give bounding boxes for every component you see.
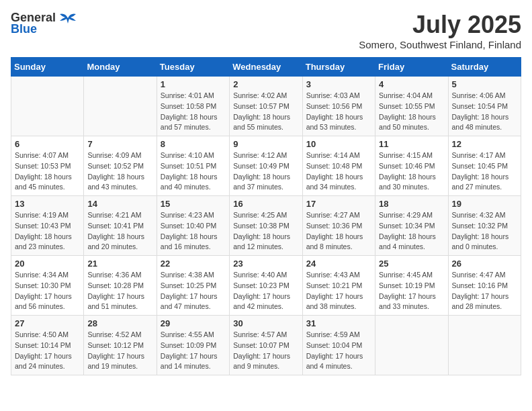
calendar-week-row: 1Sunrise: 4:01 AM Sunset: 10:58 PM Dayli… [11, 77, 521, 136]
table-row [11, 77, 84, 136]
calendar-week-row: 20Sunrise: 4:34 AM Sunset: 10:30 PM Dayl… [11, 256, 521, 316]
table-row: 9Sunrise: 4:12 AM Sunset: 10:49 PM Dayli… [230, 136, 302, 196]
day-number: 14 [87, 199, 152, 209]
day-number: 10 [306, 139, 371, 149]
day-number: 27 [15, 318, 80, 328]
table-row: 7Sunrise: 4:09 AM Sunset: 10:52 PM Dayli… [84, 136, 157, 196]
day-details: Sunrise: 4:25 AM Sunset: 10:38 PM Daylig… [233, 210, 298, 253]
day-details: Sunrise: 4:17 AM Sunset: 10:45 PM Daylig… [452, 150, 517, 193]
calendar-subtitle: Somero, Southwest Finland, Finland [359, 39, 521, 50]
day-details: Sunrise: 4:45 AM Sunset: 10:19 PM Daylig… [379, 270, 444, 312]
day-details: Sunrise: 4:21 AM Sunset: 10:41 PM Daylig… [87, 210, 152, 253]
day-details: Sunrise: 4:29 AM Sunset: 10:34 PM Daylig… [379, 210, 444, 253]
day-details: Sunrise: 4:15 AM Sunset: 10:46 PM Daylig… [379, 150, 444, 193]
day-details: Sunrise: 4:47 AM Sunset: 10:16 PM Daylig… [452, 270, 517, 312]
header-thursday: Thursday [302, 58, 375, 77]
logo: General Blue [11, 11, 77, 36]
day-number: 19 [452, 199, 517, 209]
header-monday: Monday [84, 58, 157, 77]
table-row: 30Sunrise: 4:57 AM Sunset: 10:07 PM Dayl… [230, 316, 302, 375]
header-saturday: Saturday [448, 58, 521, 77]
day-number: 30 [233, 318, 298, 328]
day-number: 26 [452, 259, 517, 269]
table-row: 18Sunrise: 4:29 AM Sunset: 10:34 PM Dayl… [375, 196, 448, 256]
day-details: Sunrise: 4:40 AM Sunset: 10:23 PM Daylig… [233, 270, 298, 312]
day-details: Sunrise: 4:59 AM Sunset: 10:04 PM Daylig… [306, 330, 371, 372]
table-row: 11Sunrise: 4:15 AM Sunset: 10:46 PM Dayl… [375, 136, 448, 196]
logo-blue-text: Blue [11, 22, 37, 36]
day-details: Sunrise: 4:23 AM Sunset: 10:40 PM Daylig… [161, 210, 226, 253]
day-number: 20 [15, 259, 80, 269]
table-row: 4Sunrise: 4:04 AM Sunset: 10:55 PM Dayli… [375, 77, 448, 136]
table-row: 17Sunrise: 4:27 AM Sunset: 10:36 PM Dayl… [302, 196, 375, 256]
table-row: 22Sunrise: 4:38 AM Sunset: 10:25 PM Dayl… [157, 256, 229, 316]
day-details: Sunrise: 4:32 AM Sunset: 10:32 PM Daylig… [452, 210, 517, 253]
day-details: Sunrise: 4:43 AM Sunset: 10:21 PM Daylig… [306, 270, 371, 312]
day-details: Sunrise: 4:06 AM Sunset: 10:54 PM Daylig… [452, 91, 517, 133]
table-row: 16Sunrise: 4:25 AM Sunset: 10:38 PM Dayl… [230, 196, 302, 256]
day-number: 18 [379, 199, 444, 209]
header-tuesday: Tuesday [157, 58, 229, 77]
day-details: Sunrise: 4:01 AM Sunset: 10:58 PM Daylig… [161, 91, 226, 133]
day-number: 12 [452, 139, 517, 149]
day-number: 22 [161, 259, 226, 269]
day-details: Sunrise: 4:03 AM Sunset: 10:56 PM Daylig… [306, 91, 371, 133]
day-number: 3 [306, 79, 371, 89]
table-row [84, 77, 157, 136]
table-row: 15Sunrise: 4:23 AM Sunset: 10:40 PM Dayl… [157, 196, 229, 256]
table-row: 10Sunrise: 4:14 AM Sunset: 10:48 PM Dayl… [302, 136, 375, 196]
day-number: 28 [87, 318, 152, 328]
day-number: 13 [15, 199, 80, 209]
day-number: 29 [161, 318, 226, 328]
table-row: 26Sunrise: 4:47 AM Sunset: 10:16 PM Dayl… [448, 256, 521, 316]
table-row: 20Sunrise: 4:34 AM Sunset: 10:30 PM Dayl… [11, 256, 84, 316]
day-details: Sunrise: 4:10 AM Sunset: 10:51 PM Daylig… [161, 150, 226, 193]
day-details: Sunrise: 4:38 AM Sunset: 10:25 PM Daylig… [161, 270, 226, 312]
table-row: 29Sunrise: 4:55 AM Sunset: 10:09 PM Dayl… [157, 316, 229, 375]
title-block: July 2025 Somero, Southwest Finland, Fin… [359, 11, 521, 50]
day-details: Sunrise: 4:27 AM Sunset: 10:36 PM Daylig… [306, 210, 371, 253]
calendar-week-row: 27Sunrise: 4:50 AM Sunset: 10:14 PM Dayl… [11, 316, 521, 375]
table-row: 5Sunrise: 4:06 AM Sunset: 10:54 PM Dayli… [448, 77, 521, 136]
day-details: Sunrise: 4:50 AM Sunset: 10:14 PM Daylig… [15, 330, 80, 372]
day-number: 2 [233, 79, 298, 89]
table-row: 27Sunrise: 4:50 AM Sunset: 10:14 PM Dayl… [11, 316, 84, 375]
table-row: 8Sunrise: 4:10 AM Sunset: 10:51 PM Dayli… [157, 136, 229, 196]
day-details: Sunrise: 4:12 AM Sunset: 10:49 PM Daylig… [233, 150, 298, 193]
day-details: Sunrise: 4:14 AM Sunset: 10:48 PM Daylig… [306, 150, 371, 193]
table-row: 25Sunrise: 4:45 AM Sunset: 10:19 PM Dayl… [375, 256, 448, 316]
table-row: 31Sunrise: 4:59 AM Sunset: 10:04 PM Dayl… [302, 316, 375, 375]
day-details: Sunrise: 4:34 AM Sunset: 10:30 PM Daylig… [15, 270, 80, 312]
table-row: 14Sunrise: 4:21 AM Sunset: 10:41 PM Dayl… [84, 196, 157, 256]
table-row: 6Sunrise: 4:07 AM Sunset: 10:53 PM Dayli… [11, 136, 84, 196]
logo-bird-icon [58, 11, 77, 25]
day-number: 6 [15, 139, 80, 149]
header-sunday: Sunday [11, 58, 84, 77]
day-number: 5 [452, 79, 517, 89]
table-row [448, 316, 521, 375]
day-details: Sunrise: 4:09 AM Sunset: 10:52 PM Daylig… [87, 150, 152, 193]
day-number: 21 [87, 259, 152, 269]
day-number: 16 [233, 199, 298, 209]
calendar-header-row: Sunday Monday Tuesday Wednesday Thursday… [11, 58, 521, 77]
table-row: 1Sunrise: 4:01 AM Sunset: 10:58 PM Dayli… [157, 77, 229, 136]
calendar-table: Sunday Monday Tuesday Wednesday Thursday… [11, 57, 521, 375]
day-number: 15 [161, 199, 226, 209]
day-number: 25 [379, 259, 444, 269]
day-details: Sunrise: 4:07 AM Sunset: 10:53 PM Daylig… [15, 150, 80, 193]
day-details: Sunrise: 4:19 AM Sunset: 10:43 PM Daylig… [15, 210, 80, 253]
day-details: Sunrise: 4:55 AM Sunset: 10:09 PM Daylig… [161, 330, 226, 372]
table-row: 13Sunrise: 4:19 AM Sunset: 10:43 PM Dayl… [11, 196, 84, 256]
day-details: Sunrise: 4:52 AM Sunset: 10:12 PM Daylig… [87, 330, 152, 372]
day-details: Sunrise: 4:02 AM Sunset: 10:57 PM Daylig… [233, 91, 298, 133]
table-row: 23Sunrise: 4:40 AM Sunset: 10:23 PM Dayl… [230, 256, 302, 316]
day-number: 1 [161, 79, 226, 89]
day-number: 9 [233, 139, 298, 149]
page-header: General Blue July 2025 Somero, Southwest… [11, 11, 521, 50]
table-row: 28Sunrise: 4:52 AM Sunset: 10:12 PM Dayl… [84, 316, 157, 375]
day-number: 23 [233, 259, 298, 269]
table-row: 19Sunrise: 4:32 AM Sunset: 10:32 PM Dayl… [448, 196, 521, 256]
table-row: 2Sunrise: 4:02 AM Sunset: 10:57 PM Dayli… [230, 77, 302, 136]
table-row: 12Sunrise: 4:17 AM Sunset: 10:45 PM Dayl… [448, 136, 521, 196]
day-number: 8 [161, 139, 226, 149]
